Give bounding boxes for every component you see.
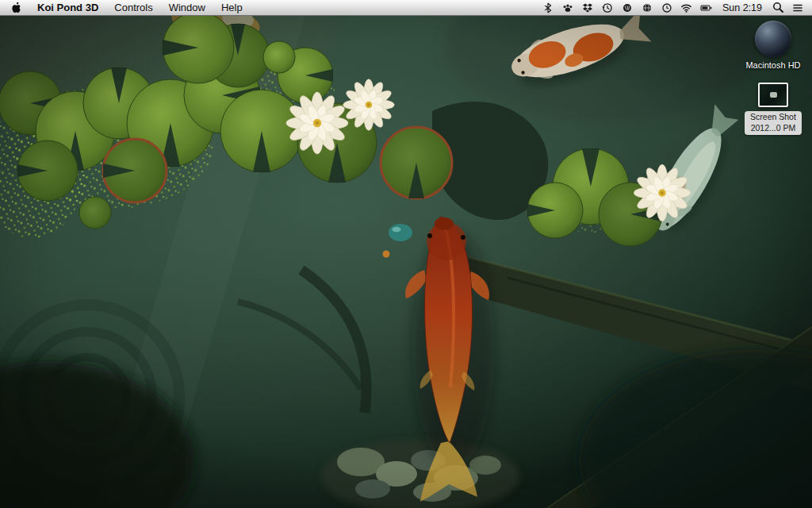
apple-logo-icon [11, 2, 21, 13]
growl-icon[interactable] [621, 2, 634, 14]
battery-icon[interactable] [700, 2, 713, 14]
menu-bar-status-area: Sun 2:19 [542, 0, 804, 15]
desktop[interactable]: Macintosh HD Screen Shot 2012...0 PM [0, 16, 812, 508]
menu-app-name[interactable]: Koi Pond 3D [29, 0, 106, 15]
spotlight-icon[interactable] [772, 2, 784, 14]
menu-controls[interactable]: Controls [106, 0, 160, 15]
bluetooth-icon[interactable] [542, 2, 554, 14]
screenshot-label-line1: Screen Shot [750, 112, 796, 123]
menu-list-icon[interactable] [791, 2, 804, 14]
macintosh-hd-label: Macintosh HD [745, 60, 800, 70]
apple-menu-icon[interactable] [8, 2, 25, 13]
desktop-icon-screenshot[interactable]: Screen Shot 2012...0 PM [737, 83, 810, 135]
menu-clock[interactable]: Sun 2:19 [720, 2, 764, 13]
hard-drive-icon [755, 21, 791, 57]
screenshot-label-line2: 2012...0 PM [750, 123, 796, 134]
globe-icon[interactable] [641, 2, 653, 14]
screenshot-label: Screen Shot 2012...0 PM [745, 111, 802, 135]
screenshot-file-icon [758, 83, 788, 107]
wallpaper-koi-pond [0, 16, 812, 508]
menu-bar-left: Koi Pond 3D Controls Window Help [8, 0, 251, 15]
menu-bar: Koi Pond 3D Controls Window Help [0, 0, 812, 16]
desktop-icon-macintosh-hd[interactable]: Macintosh HD [737, 21, 810, 70]
orange-pebble [383, 251, 390, 258]
clock-icon[interactable] [661, 2, 673, 14]
time-machine-icon[interactable] [601, 2, 614, 14]
menu-window[interactable]: Window [161, 0, 213, 15]
dropbox-icon[interactable] [581, 2, 594, 14]
menu-help[interactable]: Help [213, 0, 251, 15]
wifi-icon[interactable] [680, 2, 693, 14]
paw-icon[interactable] [561, 2, 574, 14]
